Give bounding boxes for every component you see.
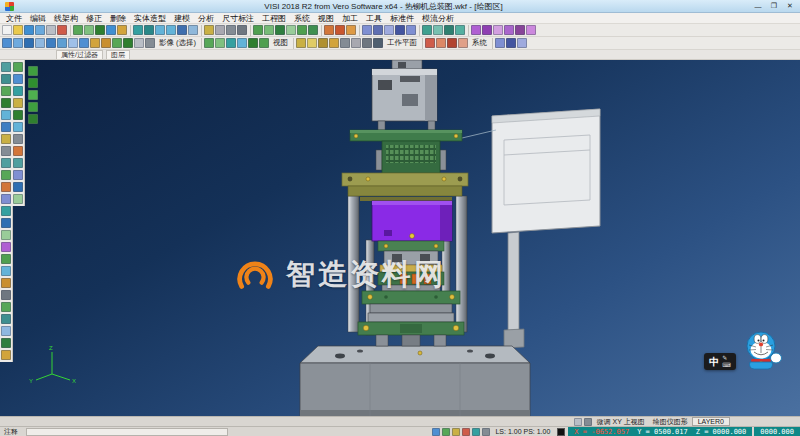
toolbar-icon[interactable] bbox=[308, 25, 318, 35]
menu-item[interactable]: 模流分析 bbox=[418, 13, 458, 24]
toolbar-icon[interactable] bbox=[1, 266, 11, 276]
status-nav-icon[interactable] bbox=[584, 418, 592, 426]
toolbar-icon[interactable] bbox=[188, 25, 198, 35]
toolbar-icon[interactable] bbox=[68, 38, 78, 48]
toolbar-icon[interactable] bbox=[1, 302, 11, 312]
toolbar-icon[interactable] bbox=[1, 74, 11, 84]
toolbar-icon[interactable] bbox=[13, 170, 23, 180]
toolbar-icon[interactable] bbox=[1, 230, 11, 240]
cad-lower-assembly[interactable] bbox=[358, 313, 464, 346]
toolbar-icon[interactable] bbox=[253, 25, 263, 35]
snap-mode-icon[interactable] bbox=[472, 428, 480, 436]
toolbar-icon[interactable] bbox=[495, 38, 505, 48]
menu-item[interactable]: 删除 bbox=[106, 13, 130, 24]
toolbar-icon[interactable] bbox=[259, 38, 269, 48]
toolbar-icon[interactable] bbox=[296, 38, 306, 48]
toolbar-icon[interactable] bbox=[373, 25, 383, 35]
toolbar-icon[interactable] bbox=[123, 38, 133, 48]
toolbar-icon[interactable] bbox=[226, 25, 236, 35]
toolbar-icon[interactable] bbox=[177, 25, 187, 35]
status-nav-icon[interactable] bbox=[574, 418, 582, 426]
toolbar-icon[interactable] bbox=[46, 25, 56, 35]
cad-model[interactable]: Z X Y bbox=[0, 60, 800, 416]
toolbar-icon[interactable] bbox=[493, 25, 503, 35]
toolbar-icon[interactable] bbox=[13, 110, 23, 120]
toolbar-icon[interactable] bbox=[340, 38, 350, 48]
toolbar-icon[interactable] bbox=[329, 38, 339, 48]
toolbar-icon[interactable] bbox=[101, 38, 111, 48]
toolbar-icon[interactable] bbox=[1, 242, 11, 252]
toolbar-icon[interactable] bbox=[73, 25, 83, 35]
toolbar-icon[interactable] bbox=[1, 290, 11, 300]
note-input[interactable] bbox=[26, 428, 228, 436]
toolbar-icon[interactable] bbox=[335, 25, 345, 35]
toolbar-icon[interactable] bbox=[215, 38, 225, 48]
toolbar-icon[interactable] bbox=[384, 25, 394, 35]
cad-viewport[interactable]: Z X Y 智造资料网 中 ✎ ⌨ bbox=[0, 60, 800, 416]
ime-language-toggle[interactable]: 中 bbox=[709, 357, 719, 367]
toolbar-icon[interactable] bbox=[1, 278, 11, 288]
toolbar-icon[interactable] bbox=[517, 38, 527, 48]
menu-item[interactable]: 视图 bbox=[314, 13, 338, 24]
toolbar-icon[interactable] bbox=[13, 74, 23, 84]
toolbar-icon[interactable] bbox=[112, 38, 122, 48]
toolbar-icon[interactable] bbox=[13, 98, 23, 108]
toolbar-icon[interactable] bbox=[1, 158, 11, 168]
toolbar-icon[interactable] bbox=[13, 62, 23, 72]
toolbar-icon[interactable] bbox=[117, 25, 127, 35]
toolbar-icon[interactable] bbox=[79, 38, 89, 48]
view-cube-icon[interactable] bbox=[28, 114, 38, 124]
menu-item[interactable]: 实体造型 bbox=[130, 13, 170, 24]
toolbar-icon[interactable] bbox=[1, 254, 11, 264]
toolbar-icon[interactable] bbox=[13, 146, 23, 156]
toolbar-icon[interactable] bbox=[455, 25, 465, 35]
toolbar-icon[interactable] bbox=[215, 25, 225, 35]
toolbar-icon[interactable] bbox=[2, 38, 12, 48]
menu-item[interactable]: 分析 bbox=[194, 13, 218, 24]
menu-item[interactable]: 标准件 bbox=[386, 13, 418, 24]
toolbar-icon[interactable] bbox=[24, 38, 34, 48]
toolbar-icon[interactable] bbox=[395, 25, 405, 35]
toolbar-icon[interactable] bbox=[1, 326, 11, 336]
toolbar-icon[interactable] bbox=[1, 350, 11, 360]
toolbar-icon[interactable] bbox=[134, 38, 144, 48]
minimize-button[interactable]: — bbox=[750, 1, 766, 12]
toolbar-icon[interactable] bbox=[237, 25, 247, 35]
toolbar-icon[interactable] bbox=[406, 25, 416, 35]
toolbar-icon[interactable] bbox=[1, 146, 11, 156]
toolbar-icon[interactable] bbox=[13, 194, 23, 204]
toolbar-icon[interactable] bbox=[248, 38, 258, 48]
view-cube-icon[interactable] bbox=[28, 78, 38, 88]
toolbar-icon[interactable] bbox=[144, 25, 154, 35]
toolbar-icon[interactable] bbox=[1, 206, 11, 216]
toolbar-icon[interactable] bbox=[362, 25, 372, 35]
toolbar-icon[interactable] bbox=[204, 25, 214, 35]
view-cube-icon[interactable] bbox=[28, 90, 38, 100]
toolbar-icon[interactable] bbox=[318, 38, 328, 48]
cad-top-motor[interactable] bbox=[372, 60, 437, 130]
toolbar-icon[interactable] bbox=[447, 38, 457, 48]
menu-item[interactable]: 尺寸标注 bbox=[218, 13, 258, 24]
toolbar-icon[interactable] bbox=[1, 182, 11, 192]
snap-mode-icon[interactable] bbox=[442, 428, 450, 436]
toolbar-icon[interactable] bbox=[35, 38, 45, 48]
toolbar-icon[interactable] bbox=[90, 38, 100, 48]
toolbar-icon[interactable] bbox=[237, 38, 247, 48]
toolbar-icon[interactable] bbox=[1, 134, 11, 144]
view-cube-icon[interactable] bbox=[28, 66, 38, 76]
toolbar-icon[interactable] bbox=[504, 25, 514, 35]
toolbar-icon[interactable] bbox=[155, 25, 165, 35]
color-swatch[interactable] bbox=[557, 428, 565, 436]
toolbar-icon[interactable] bbox=[1, 194, 11, 204]
toolbar-icon[interactable] bbox=[13, 134, 23, 144]
toolbar-icon[interactable] bbox=[46, 38, 56, 48]
menu-item[interactable]: 系统 bbox=[290, 13, 314, 24]
ime-pen-icon[interactable]: ✎ bbox=[722, 355, 731, 361]
menu-item[interactable]: 工程图 bbox=[258, 13, 290, 24]
toolbar-icon[interactable] bbox=[145, 38, 155, 48]
toolbar-icon[interactable] bbox=[526, 25, 536, 35]
close-button[interactable]: ✕ bbox=[782, 1, 798, 12]
menu-item[interactable]: 编辑 bbox=[26, 13, 50, 24]
toolbar-icon[interactable] bbox=[2, 25, 12, 35]
toolbar-icon[interactable] bbox=[35, 25, 45, 35]
